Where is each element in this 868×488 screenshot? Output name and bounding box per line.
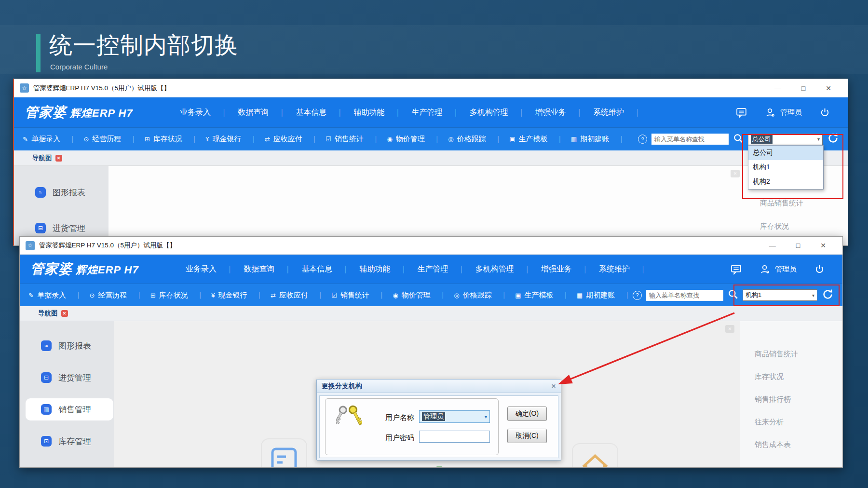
menu-item[interactable]: 数据查询 <box>226 108 284 118</box>
window-title: 管家婆辉煌ERP H7 V15.0（5用户）试用版【】 <box>39 241 176 250</box>
user-name: 管理员 <box>775 265 797 274</box>
inventory-icon: ⊞ <box>145 136 150 142</box>
sidebar-item[interactable]: ⊡库存管理 <box>20 430 114 452</box>
toolbar-item[interactable]: ⊙经营历程 <box>89 291 141 300</box>
current-user[interactable]: 管理员 <box>760 264 797 275</box>
menu-item[interactable]: 基本信息 <box>290 264 348 274</box>
org-option[interactable]: 机构2 <box>748 175 823 189</box>
toolbar-item[interactable]: ▦期初建账 <box>577 291 629 300</box>
window-titlebar: ☆ 管家婆辉煌ERP H7 V15.0（5用户）试用版【】 — □ ✕ <box>20 237 842 255</box>
minimize-icon[interactable]: — <box>774 85 781 92</box>
panel-close-icon[interactable]: ✕ <box>725 325 734 333</box>
toolbar-item[interactable]: ✎单据录入 <box>28 291 80 300</box>
tab-close-icon[interactable]: ✕ <box>61 310 68 317</box>
menu-item[interactable]: 业务录入 <box>180 108 226 118</box>
app-logo: 管家婆 辉煌ERP H7 <box>25 103 173 122</box>
toolbar-item[interactable]: ☑销售统计 <box>331 291 383 300</box>
toolbar-item[interactable]: ⊞库存状况 <box>145 135 196 144</box>
toolbar-item[interactable]: ¥现金银行 <box>205 135 256 144</box>
report-link[interactable]: 销售成本表 <box>755 434 842 456</box>
chart-icon: ≈ <box>41 340 52 351</box>
menu-item[interactable]: 系统维护 <box>582 108 639 118</box>
menu-item[interactable]: 增强业务 <box>529 264 587 274</box>
panel-close-icon[interactable]: ✕ <box>731 170 740 177</box>
tab-navigation-map[interactable]: 导航图 ✕ <box>32 154 62 163</box>
cancel-button[interactable]: 取消(C) <box>507 429 547 443</box>
menu-search-input[interactable] <box>646 290 723 301</box>
history-icon: ⊙ <box>83 136 89 142</box>
toolbar-item[interactable]: ▦期初建账 <box>571 135 624 144</box>
toolbar-item[interactable]: ▣生产模板 <box>515 291 568 300</box>
report-link[interactable]: 库存状况 <box>755 366 842 388</box>
report-link[interactable]: 商品销售统计 <box>760 191 848 215</box>
sidebar-item[interactable]: ▥销售管理 <box>26 398 113 420</box>
toolbar-item[interactable]: ✎单据录入 <box>23 135 74 144</box>
toolbar-item[interactable]: ¥现金银行 <box>211 291 261 300</box>
erp-window-head-office: ☆ 管家婆辉煌ERP H7 V15.0（5用户）试用版【】 — □ ✕ 管家婆 … <box>13 79 848 246</box>
tab-close-icon[interactable]: ✕ <box>55 155 62 162</box>
ok-button[interactable]: 确定(O) <box>507 407 547 421</box>
org-option[interactable]: 机构1 <box>748 160 823 175</box>
help-icon[interactable]: ? <box>633 291 642 300</box>
maximize-icon[interactable]: □ <box>796 242 800 249</box>
help-icon[interactable]: ? <box>638 135 647 144</box>
message-icon[interactable] <box>730 263 742 275</box>
close-icon[interactable]: ✕ <box>820 242 826 249</box>
window-controls: — □ ✕ <box>774 85 842 92</box>
maximize-icon[interactable]: □ <box>801 85 805 92</box>
toolbar-item[interactable]: ⊙经营历程 <box>83 135 135 144</box>
menu-item[interactable]: 多机构管理 <box>464 264 529 274</box>
menu-item[interactable]: 数据查询 <box>232 264 290 274</box>
report-link[interactable]: 销售排行榜 <box>755 388 842 411</box>
dialog-close-icon[interactable]: ✕ <box>551 383 556 390</box>
org-selector[interactable]: 总公司 ▾ 总公司机构1机构2 <box>748 134 823 145</box>
tab-navigation-map[interactable]: 导航图 ✕ <box>38 309 68 318</box>
menu-item[interactable]: 增强业务 <box>524 108 582 118</box>
menu-item[interactable]: 生产管理 <box>400 108 458 118</box>
minimize-icon[interactable]: — <box>769 242 776 249</box>
power-icon[interactable] <box>814 264 825 275</box>
password-label: 用户密码 <box>385 434 414 443</box>
message-icon[interactable] <box>735 107 747 119</box>
org-selected-value: 机构1 <box>746 291 761 299</box>
toolbar-item[interactable]: ◉物价管理 <box>393 291 445 300</box>
menu-item[interactable]: 多机构管理 <box>458 108 524 118</box>
menu-item[interactable]: 业务录入 <box>186 264 232 274</box>
report-link[interactable]: 库存状况 <box>760 215 848 238</box>
main-menu: 业务录入数据查询基本信息辅助功能生产管理多机构管理增强业务系统维护 <box>186 264 645 274</box>
username-selector[interactable]: 管理员 ▾ <box>419 410 490 423</box>
close-icon[interactable]: ✕ <box>826 85 831 92</box>
search-icon[interactable] <box>733 133 744 146</box>
slide-title: 统一控制内部切换 <box>49 30 238 61</box>
toolbar-item[interactable]: ◎价格跟踪 <box>454 291 506 300</box>
org-option[interactable]: 总公司 <box>748 146 823 160</box>
search-icon[interactable] <box>728 289 738 301</box>
menu-item[interactable]: 系统维护 <box>587 264 645 274</box>
nav-card-documents <box>261 438 307 467</box>
menu-item[interactable]: 基本信息 <box>284 108 342 118</box>
keys-icon <box>336 405 362 436</box>
menu-bar: 管家婆 辉煌ERP H7 业务录入数据查询基本信息辅助功能生产管理多机构管理增强… <box>14 97 848 127</box>
report-link[interactable]: 商品销售统计 <box>755 343 842 366</box>
menu-item[interactable]: 生产管理 <box>406 264 464 274</box>
toolbar-item[interactable]: ▣生产模板 <box>509 135 562 144</box>
toolbar-item[interactable]: ◎价格跟踪 <box>448 135 500 144</box>
toolbar-item[interactable]: ☑销售统计 <box>326 135 378 144</box>
menu-search-input[interactable] <box>651 134 729 145</box>
toolbar-item[interactable]: ⇄应收应付 <box>265 135 316 144</box>
toolbar-item[interactable]: ⊞库存状况 <box>150 291 202 300</box>
report-link[interactable]: 往来分析 <box>755 411 842 434</box>
password-field[interactable] <box>419 431 490 443</box>
toolbar-item[interactable]: ◉物价管理 <box>387 135 439 144</box>
sidebar-item[interactable]: ⊟进货管理 <box>20 366 114 389</box>
toolbar-item[interactable]: ⇄应收应付 <box>271 291 322 300</box>
sidebar-item[interactable]: ≈图形报表 <box>20 335 114 357</box>
refresh-icon[interactable] <box>822 288 834 302</box>
current-user[interactable]: 管理员 <box>765 107 802 118</box>
menu-item[interactable]: 辅助功能 <box>342 108 400 118</box>
sidebar-item[interactable]: ≈图形报表 <box>14 181 108 203</box>
power-icon[interactable] <box>819 107 830 118</box>
refresh-icon[interactable] <box>827 132 839 146</box>
menu-item[interactable]: 辅助功能 <box>348 264 406 274</box>
org-selector[interactable]: 机构1 ▾ <box>743 289 817 301</box>
